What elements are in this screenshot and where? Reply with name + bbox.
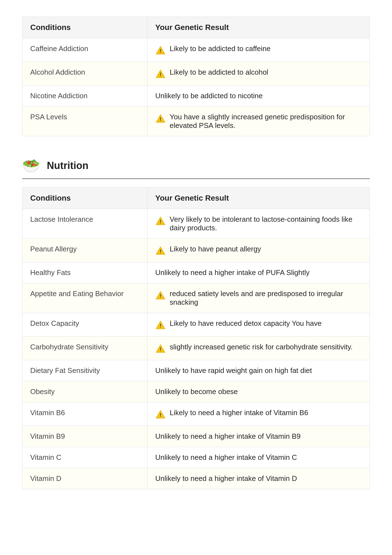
addictions-col2-header: Your Genetic Result — [147, 17, 370, 38]
nutrition-col2-header: Your Genetic Result — [147, 188, 370, 209]
page: Conditions Your Genetic Result Caffeine … — [0, 0, 392, 555]
svg-text:!: ! — [160, 347, 161, 352]
table-row: Lactose Intolerance — [22, 209, 147, 239]
table-row: Unlikely to need a higher intake of Vita… — [147, 426, 370, 447]
result-text: slightly increased genetic risk for carb… — [170, 343, 353, 351]
table-row: Unlikely to have rapid weight gain on hi… — [147, 360, 370, 381]
warning-icon: ! — [155, 320, 166, 330]
table-row: Unlikely to be addicted to nicotine — [147, 85, 370, 107]
warning-icon: ! — [155, 245, 166, 256]
result-text: Very likely to be intolerant to lactose-… — [170, 215, 362, 232]
table-row: Peanut Allergy — [22, 239, 147, 262]
svg-text:!: ! — [160, 219, 161, 224]
table-row: ! Likely to need a higher intake of Vita… — [147, 402, 370, 426]
table-row: ! You have a slightly increased genetic … — [147, 107, 370, 136]
table-row: Obesity — [22, 381, 147, 402]
nutrition-table: Conditions Your Genetic Result Lactose I… — [22, 187, 370, 489]
result-text: You have a slightly increased genetic pr… — [170, 113, 362, 130]
svg-text:!: ! — [160, 117, 161, 122]
svg-text:!: ! — [160, 48, 161, 54]
table-row: Unlikely to need a higher intake of Vita… — [147, 468, 370, 489]
table-row: Detox Capacity — [22, 313, 147, 337]
svg-text:!: ! — [160, 412, 161, 418]
result-text: Likely to be addicted to caffeine — [170, 44, 271, 53]
result-text: Likely to be addicted to alcohol — [170, 68, 268, 77]
table-row: ! Likely to have reduced detox capacity … — [147, 313, 370, 337]
addictions-col1-header: Conditions — [22, 17, 147, 38]
nutrition-divider — [22, 178, 370, 179]
table-row: Vitamin B9 — [22, 426, 147, 447]
table-row: ! Likely to have peanut allergy — [147, 239, 370, 262]
table-row: Appetite and Eating Behavior — [22, 283, 147, 313]
table-row: Vitamin D — [22, 468, 147, 489]
result-text: Likely to need a higher intake of Vitami… — [170, 408, 308, 417]
table-row: Healthy Fats — [22, 262, 147, 283]
table-row: ! Very likely to be intolerant to lactos… — [147, 209, 370, 239]
svg-text:!: ! — [160, 72, 161, 77]
table-row: ! Likely to be addicted to caffeine — [147, 38, 370, 62]
result-text: Likely to have reduced detox capacity Yo… — [170, 319, 322, 328]
table-row: Unlikely to need a higher intake of PUFA… — [147, 262, 370, 283]
table-row: Caffeine Addiction — [22, 38, 147, 62]
warning-icon: ! — [155, 409, 166, 420]
svg-text:!: ! — [160, 249, 161, 254]
table-row: Vitamin C — [22, 447, 147, 468]
result-text: reduced satiety levels and are predispos… — [170, 289, 362, 307]
addictions-table: Conditions Your Genetic Result Caffeine … — [22, 17, 370, 136]
table-row: Alcohol Addiction — [22, 62, 147, 85]
table-row: PSA Levels — [22, 107, 147, 136]
warning-icon: ! — [155, 290, 166, 301]
nutrition-title: Nutrition — [47, 160, 88, 171]
table-row: Unlikely to become obese — [147, 381, 370, 402]
table-row: Carbohydrate Sensitivity — [22, 337, 147, 360]
table-row: Unlikely to need a higher intake of Vita… — [147, 447, 370, 468]
warning-icon: ! — [155, 69, 166, 79]
svg-text:!: ! — [160, 323, 161, 329]
nutrition-icon: 🥗 — [22, 158, 40, 173]
table-row: Dietary Fat Sensitivity — [22, 360, 147, 381]
table-row: Nicotine Addiction — [22, 85, 147, 107]
table-row: ! Likely to be addicted to alcohol — [147, 62, 370, 85]
warning-icon: ! — [155, 113, 166, 124]
warning-icon: ! — [155, 216, 166, 226]
table-row: ! reduced satiety levels and are predisp… — [147, 283, 370, 313]
table-row: ! slightly increased genetic risk for ca… — [147, 337, 370, 360]
nutrition-col1-header: Conditions — [22, 188, 147, 209]
warning-icon: ! — [155, 343, 166, 354]
svg-text:!: ! — [160, 293, 161, 299]
table-row: Vitamin B6 — [22, 402, 147, 426]
warning-icon: ! — [155, 45, 166, 56]
nutrition-section-header: 🥗 Nutrition — [22, 158, 370, 173]
result-text: Likely to have peanut allergy — [170, 245, 261, 253]
